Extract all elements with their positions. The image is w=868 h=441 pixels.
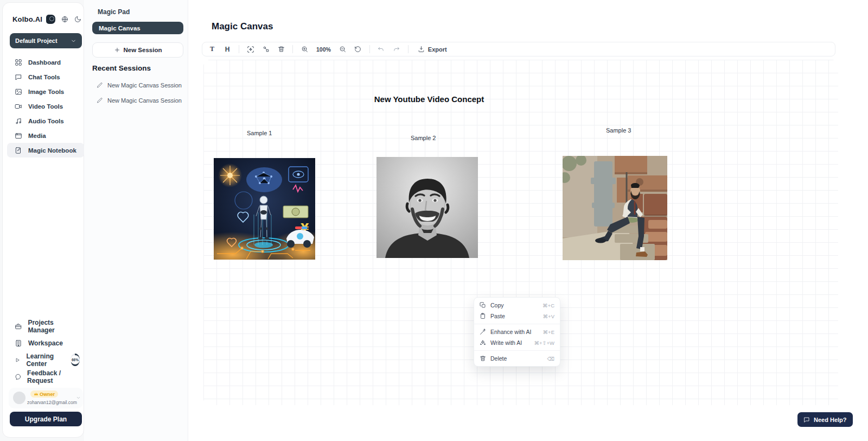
page-title: Magic Canvas xyxy=(212,21,273,32)
play-icon xyxy=(15,356,20,364)
chevron-down-icon xyxy=(76,395,81,400)
sidebar-item-audio-tools[interactable]: Audio Tools xyxy=(7,114,84,128)
menu-item-shortcut: ⌘+V xyxy=(543,313,554,319)
sidebar-item-workspace[interactable]: Workspace xyxy=(7,335,84,351)
session-list-item[interactable]: New Magic Canvas Session xyxy=(97,82,182,89)
tab-magic-canvas[interactable]: Magic Canvas xyxy=(92,22,183,34)
toolbar-divider xyxy=(239,45,239,53)
audio-icon xyxy=(15,117,22,125)
chat-icon xyxy=(803,417,810,423)
user-email: zoharvan12@gmail.com xyxy=(25,400,79,405)
zoom-out-button[interactable] xyxy=(336,43,349,55)
app-logo: Kolbo.AI xyxy=(12,15,42,23)
pencil-icon xyxy=(97,82,103,89)
sample-3-image[interactable] xyxy=(563,156,667,260)
sidebar-item-feedback[interactable]: Feedback / Request xyxy=(7,368,84,385)
menu-item-label: Copy xyxy=(490,302,538,308)
text-tool-button[interactable]: T xyxy=(206,43,219,55)
session-item-label: New Magic Canvas Session xyxy=(107,82,182,89)
zoom-in-icon xyxy=(301,46,308,53)
delete-tool-button[interactable] xyxy=(275,43,288,55)
trash-icon xyxy=(278,46,285,53)
reset-view-button[interactable] xyxy=(352,43,365,55)
chat-icon xyxy=(15,73,22,81)
sidebar-item-label: Feedback / Request xyxy=(27,369,80,385)
need-help-button[interactable]: Need Help? xyxy=(797,412,853,427)
brain-logo-icon xyxy=(46,15,55,24)
zoom-out-icon xyxy=(339,46,346,53)
export-button[interactable]: Export xyxy=(413,46,451,53)
tab-magic-canvas-label: Magic Canvas xyxy=(99,25,141,32)
undo-button[interactable] xyxy=(375,43,388,55)
pencil-icon xyxy=(97,97,103,104)
menu-item-label: Paste xyxy=(490,313,539,319)
sidebar-item-image-tools[interactable]: Image Tools xyxy=(7,84,84,99)
user-card[interactable]: Owner zoharvan12@gmail.com xyxy=(9,388,83,408)
canvas-toolbar: T H 100% Export xyxy=(202,42,835,56)
menu-item-shortcut: ⌘+E xyxy=(543,329,554,335)
crown-icon xyxy=(34,392,39,396)
new-session-button[interactable]: New Session xyxy=(92,42,183,58)
context-menu-item-enhance-with-ai[interactable]: Enhance with AI ⌘+E xyxy=(474,326,560,337)
context-menu-item-write-with-ai[interactable]: Write with AI ⌘+⇧+W xyxy=(474,337,560,348)
context-menu-item-delete[interactable]: Delete ⌫ xyxy=(474,353,560,364)
reset-rotation-icon xyxy=(354,46,361,53)
redo-button[interactable] xyxy=(390,43,403,55)
learning-progress-ring: 66% xyxy=(71,354,80,366)
toolbar-divider xyxy=(292,45,293,53)
sidebar-item-label: Media xyxy=(28,133,46,139)
globe-icon[interactable] xyxy=(61,16,68,23)
sidebar-item-label: Image Tools xyxy=(28,89,64,95)
menu-divider xyxy=(474,350,560,351)
upgrade-plan-label: Upgrade Plan xyxy=(25,415,67,423)
sample-1-image[interactable]: ¥ xyxy=(214,158,315,260)
heading-tool-button[interactable]: H xyxy=(221,43,234,55)
need-help-label: Need Help? xyxy=(814,417,847,423)
sample-1-label[interactable]: Sample 1 xyxy=(247,130,272,136)
zoom-level: 100% xyxy=(313,46,334,53)
menu-item-label: Enhance with AI xyxy=(490,329,539,335)
feedback-icon xyxy=(15,373,21,381)
building-icon xyxy=(15,339,22,347)
sample-2-image[interactable] xyxy=(376,157,478,258)
media-icon xyxy=(15,132,22,140)
ai-select-button[interactable] xyxy=(244,43,257,55)
sidebar-item-projects-manager[interactable]: Projects Manager xyxy=(7,318,84,335)
zoom-in-button[interactable] xyxy=(298,43,311,55)
ai-select-icon xyxy=(247,46,254,53)
trash-icon xyxy=(480,355,486,362)
connector-button[interactable] xyxy=(259,43,272,55)
menu-item-shortcut: ⌘+C xyxy=(542,303,554,308)
sample-2-label[interactable]: Sample 2 xyxy=(411,135,436,141)
session-list-item[interactable]: New Magic Canvas Session xyxy=(97,97,182,104)
dashboard-icon xyxy=(15,59,22,66)
plus-icon xyxy=(114,47,120,53)
briefcase-icon xyxy=(15,323,22,330)
menu-item-shortcut: ⌘+⇧+W xyxy=(534,340,554,346)
project-selector[interactable]: Default Project xyxy=(10,33,82,48)
upgrade-plan-button[interactable]: Upgrade Plan xyxy=(10,412,82,426)
sidebar-item-chat-tools[interactable]: Chat Tools xyxy=(7,70,84,84)
sparkles-icon xyxy=(480,339,486,346)
context-menu-item-paste[interactable]: Paste ⌘+V xyxy=(474,311,560,322)
connector-icon xyxy=(263,46,270,53)
toolbar-divider xyxy=(369,45,370,53)
sidebar-item-label: Learning Center xyxy=(26,352,63,368)
project-selector-label: Default Project xyxy=(15,37,58,44)
sidebar-item-dashboard[interactable]: Dashboard xyxy=(7,55,84,70)
toolbar-divider xyxy=(408,45,409,53)
sample-3-label[interactable]: Sample 3 xyxy=(606,127,631,134)
owner-badge-label: Owner xyxy=(40,392,55,397)
menu-item-label: Delete xyxy=(490,355,543,362)
canvas-heading-text[interactable]: New Youtube Video Concept xyxy=(374,94,484,104)
moon-icon[interactable] xyxy=(74,16,81,23)
avatar xyxy=(13,392,25,404)
sidebar-item-magic-notebook[interactable]: Magic Notebook xyxy=(7,143,84,158)
tab-magic-pad[interactable]: Magic Pad xyxy=(98,8,130,16)
download-icon xyxy=(418,46,425,53)
sidebar-item-learning-center[interactable]: Learning Center 66% xyxy=(7,351,84,368)
sidebar-item-video-tools[interactable]: Video Tools xyxy=(7,99,84,114)
export-label: Export xyxy=(428,46,447,53)
context-menu-item-copy[interactable]: Copy ⌘+C xyxy=(474,300,560,311)
sidebar-item-media[interactable]: Media xyxy=(7,128,84,143)
